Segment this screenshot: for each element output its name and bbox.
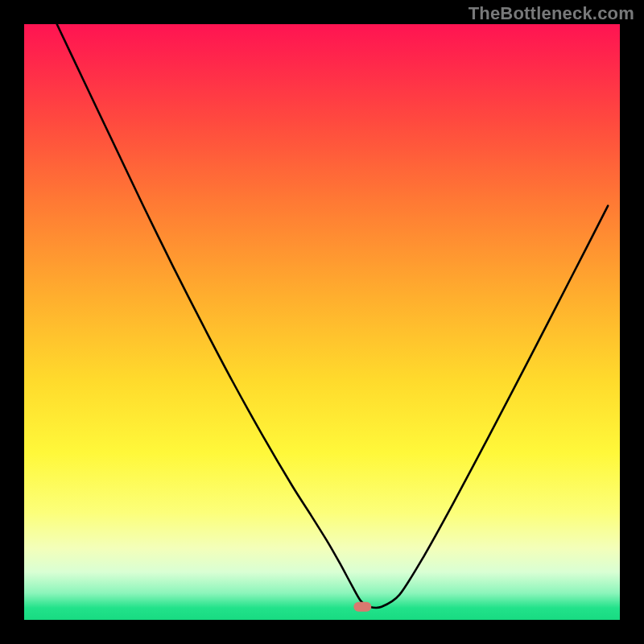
- chart-container: TheBottleneck.com: [0, 0, 644, 644]
- optimal-marker: [353, 602, 371, 612]
- bottleneck-chart: [0, 0, 644, 644]
- gradient-background: [24, 24, 620, 620]
- watermark-text: TheBottleneck.com: [469, 3, 634, 24]
